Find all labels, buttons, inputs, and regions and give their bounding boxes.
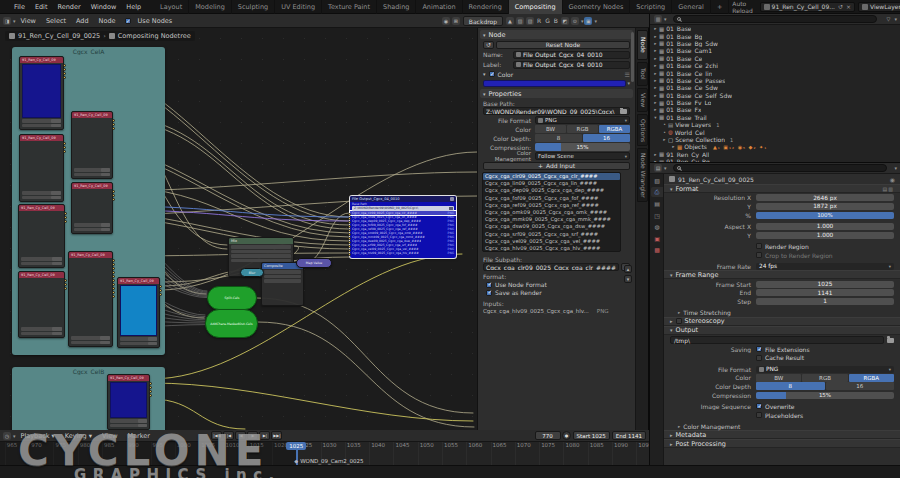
workspace-tab-geometry-nodes[interactable]: Geometry Nodes [563,0,631,14]
disclosure-icon[interactable]: • [661,122,668,127]
checkbox[interactable] [756,355,762,361]
segment-bw[interactable]: BW [535,125,566,133]
output-socket[interactable] [159,285,162,288]
view-layer-selector[interactable]: ViewLayer_off × [858,2,900,12]
output-socket[interactable] [63,146,66,149]
output-socket[interactable] [64,283,67,286]
slider[interactable]: 15% [756,392,894,399]
output-socket[interactable] [159,289,162,292]
outliner-row[interactable]: ▸▦01_Base_Bg_Sdw [650,40,900,47]
output-socket[interactable] [112,267,115,270]
render-layers-node[interactable]: 91_Ren_Cy_Cell_09 [71,182,113,234]
folder-icon[interactable] [620,109,627,114]
input-socket[interactable] [348,225,351,228]
output-socket[interactable] [149,394,152,397]
input-socket[interactable] [348,249,351,252]
render-layers-node[interactable]: 91_Ren_Cy_Cell_09 [19,56,64,130]
output-socket[interactable] [64,220,67,223]
disclosure-icon[interactable]: ▸ [652,56,659,61]
segment-rgb[interactable]: RGB [802,374,847,382]
output-socket[interactable] [149,386,152,389]
outliner-row[interactable]: •▤View Layers1 [650,121,900,128]
group-node[interactable]: AddChara.MaskedOut.Cels [205,309,258,338]
use-nodes-checkbox[interactable] [125,18,131,24]
output-socket[interactable] [159,293,162,296]
workspace-tab-sculpting[interactable]: Sculpting [232,0,275,14]
outliner-row[interactable]: ▸▦01_Base_Ce [650,55,900,62]
output-socket[interactable] [63,76,66,79]
workspace-tab-texture-paint[interactable]: Texture Paint [322,0,377,14]
output-socket[interactable] [112,279,115,282]
segment-bw[interactable]: BW [756,374,801,382]
node-field[interactable] [120,337,157,341]
node-color-swatch[interactable] [483,80,626,87]
timeline-menu-marker[interactable]: Marker [122,429,154,443]
jump-to-end-button[interactable]: ▶▶| [271,431,282,440]
node-menu-select[interactable]: Select [41,14,71,28]
gamma-icon[interactable]: ◩ [561,17,569,25]
outliner-row[interactable]: ▸▦01_Base_Cam1 [650,47,900,54]
checkbox[interactable] [756,403,762,409]
jump-to-start-button[interactable]: |◀◀ [211,431,222,440]
node-field[interactable] [71,341,110,345]
output-socket[interactable] [112,291,115,294]
outliner-row[interactable]: ▸▦01_Base_Fv_Lo [650,99,900,106]
output-path-field[interactable]: /tmp\ [670,336,884,344]
auto-reload-label[interactable]: Auto Reload [732,0,755,14]
outliner-row[interactable]: ▸▢Scene Collection1 [650,136,900,143]
disclosure-icon[interactable]: • [661,130,668,135]
output-socket[interactable] [112,263,115,266]
node-field[interactable] [74,223,110,227]
current-frame-field[interactable]: 770 [535,431,561,440]
tab-texture[interactable]: ▣ [651,233,663,243]
output-socket[interactable] [63,72,66,75]
number-field[interactable]: 1.000 [756,232,894,239]
input-socket[interactable] [348,237,351,240]
subpanel-header[interactable]: ▸Time Stretching [678,309,731,316]
node-menu-node[interactable]: Node [94,14,121,28]
image-move-icon[interactable]: ▨ [516,17,524,25]
subpanel-header[interactable]: ▸Color Management [678,423,740,430]
save-as-render-checkbox[interactable] [486,290,492,296]
disclosure-icon[interactable]: ▸ [652,63,659,68]
output-socket[interactable] [112,127,115,130]
outliner-row[interactable]: ▸▦01_Base [650,25,900,32]
node-menu-add[interactable]: Add [71,14,94,28]
color-checkbox[interactable] [489,71,495,77]
node-field[interactable] [21,262,62,266]
node-name-field[interactable]: File Output_Cgcx_04_0010 [513,51,630,59]
folder-icon[interactable] [887,338,894,343]
properties-search-input[interactable] [673,164,888,172]
tab-scene[interactable]: ◳ [651,210,663,220]
disclosure-icon[interactable]: ▸ [652,41,659,46]
sidebar-tab-node[interactable]: Node [637,30,648,60]
slot-list-item[interactable]: Cgcx_cga_hlv09_0025_Cgcx_cga_hlv_#### [483,245,620,252]
outliner-row[interactable]: •◍World_Cel [650,128,900,135]
tab-world[interactable]: ◍ [651,222,663,232]
slot-list-item[interactable]: Cgcx_cga_fof09_0025_Cgcx_cga_fof_#### [483,195,620,202]
slot-list-item[interactable]: Cgcx_cga_dsw09_0025_Cgcx_cga_dsw_#### [483,223,620,230]
node-label-field[interactable]: File Output_Cgcx_04_0010 [513,61,630,69]
chevron-down-icon[interactable]: ▾ [483,71,486,77]
workspace-tab-uv-editing[interactable]: UV Editing [275,0,322,14]
presets-icon[interactable]: ☰ [625,71,630,78]
disclosure-icon[interactable]: ▸ [652,152,659,157]
render-layers-node[interactable]: 91_Ren_Cy_Cell_09 [19,134,64,202]
group-node[interactable]: Split.Cels [207,286,257,310]
checkbox[interactable] [676,318,682,324]
properties-panel-header[interactable]: ▾Properties [480,89,633,98]
tab-data[interactable]: ▩ [651,245,663,255]
slot-list-item[interactable]: Cgcx_cga_srf09_0025_Cgcx_cga_srf_#### [483,231,620,238]
end-frame-field[interactable]: End 1141 [612,431,646,440]
channel-g[interactable]: G [543,17,552,24]
node-field[interactable] [22,191,61,195]
move-slot-up-button[interactable]: ▴ [624,265,632,273]
node-field[interactable] [110,419,147,423]
scrollbar[interactable] [631,32,634,82]
slider[interactable]: 100% [756,212,894,219]
output-socket[interactable] [63,150,66,153]
segment-8[interactable]: 8 [756,382,825,390]
dropdown[interactable]: 24 fps▾ [756,263,894,270]
play-reverse-button[interactable]: ◀ [235,431,246,440]
composite-node[interactable]: Composite [261,262,304,306]
